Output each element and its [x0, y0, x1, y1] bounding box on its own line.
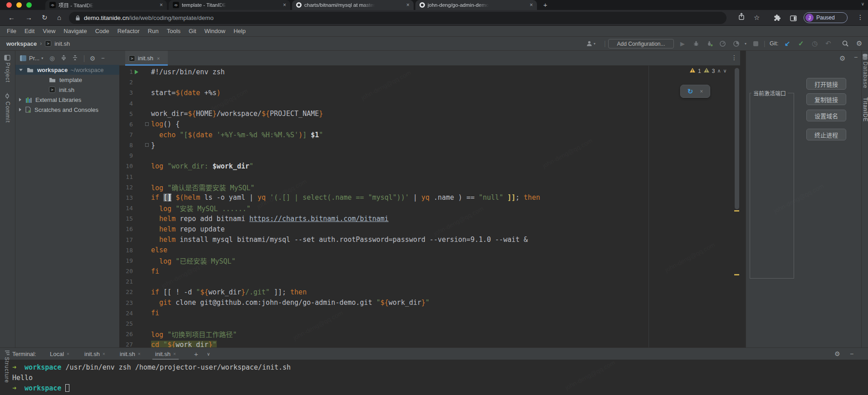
git-update-icon[interactable]: ↙ — [785, 37, 790, 50]
editor-options-icon[interactable]: ⋮ — [731, 54, 737, 61]
tab-overflow-chevron-icon[interactable]: ∨ — [861, 1, 864, 6]
terminal-tab[interactable]: Local× — [50, 348, 69, 360]
stop-button[interactable] — [753, 37, 758, 50]
back-button[interactable]: ← — [8, 13, 15, 22]
editor-line[interactable]: 27cd "${work_dir}" — [119, 339, 740, 347]
structure-icon[interactable] — [5, 349, 10, 357]
inspections-widget[interactable]: 13∧∨ — [689, 67, 727, 74]
share-icon[interactable] — [738, 13, 745, 22]
editor-scrollbar-thumb[interactable] — [735, 68, 739, 209]
editor-line[interactable]: 6log() { — [119, 119, 740, 130]
tab-close-icon[interactable]: × — [173, 352, 176, 356]
breadcrumb-project[interactable]: workspace — [6, 40, 37, 47]
editor-line[interactable]: 14 log "安装 MySQL ......" — [119, 203, 740, 213]
editor-line[interactable]: 26log "切换到项目工作路径" — [119, 329, 740, 339]
browser-tab[interactable]: charts/bitnami/mysql at master× — [292, 0, 414, 10]
editor-line[interactable]: 23 git clone git@github.com:john-deng/go… — [119, 297, 740, 308]
menu-code[interactable]: Code — [91, 28, 113, 34]
terminal-output[interactable]: ➜ workspace /usr/bin/env zsh /home/proje… — [12, 362, 291, 394]
new-tab-button[interactable]: + — [543, 1, 547, 9]
chevron-down-icon[interactable] — [19, 69, 23, 71]
bookmark-star-icon[interactable]: ☆ — [754, 14, 760, 22]
editor-line[interactable]: 20fi — [119, 266, 740, 276]
tab-close-icon[interactable]: × — [102, 352, 105, 356]
profile-button[interactable]: J Paused — [804, 12, 848, 23]
forward-button[interactable]: → — [25, 13, 32, 22]
fold-marker-icon[interactable] — [145, 122, 149, 126]
run-line-icon[interactable] — [135, 70, 138, 74]
menu-help[interactable]: Help — [229, 28, 250, 34]
tab-close-icon[interactable]: × — [138, 352, 141, 356]
editor-line[interactable]: 8} — [119, 140, 740, 150]
profiler-icon[interactable] — [719, 37, 726, 50]
editor-line[interactable]: 21 — [119, 276, 740, 287]
database-icon[interactable] — [862, 53, 868, 62]
panel-settings-gear-icon[interactable]: ⚙ — [90, 55, 96, 62]
tab-close-icon[interactable]: × — [67, 352, 69, 356]
locate-file-icon[interactable]: ◎ — [49, 55, 54, 62]
home-button[interactable]: ⌂ — [57, 13, 61, 22]
hide-panel-icon[interactable]: − — [101, 55, 105, 62]
stripe-project-label[interactable]: Project — [5, 63, 11, 82]
settings-gear-icon[interactable]: ⚙ — [856, 37, 862, 50]
editor-line[interactable]: 15 helm repo add bitnami https://charts.… — [119, 213, 740, 224]
commit-icon[interactable] — [4, 93, 10, 101]
run-profile-user-icon[interactable]: ▾ — [586, 37, 595, 50]
sync-popup[interactable]: ↻ × — [680, 85, 710, 98]
extensions-puzzle-icon[interactable] — [774, 14, 780, 23]
window-zoom-button[interactable] — [26, 2, 32, 8]
hide-panel-icon[interactable]: − — [854, 53, 858, 61]
refresh-sync-icon[interactable]: ↻ — [688, 87, 693, 96]
stripe-database-label[interactable]: Database — [862, 62, 868, 88]
terminal-tab[interactable]: init.sh× — [120, 348, 141, 360]
stripe-titanide-label[interactable]: TitanIDE — [862, 97, 868, 122]
collapse-all-icon[interactable] — [72, 55, 78, 62]
panel-settings-gear-icon[interactable]: ⚙ — [839, 54, 845, 63]
warning-stripe-mark[interactable] — [734, 274, 739, 275]
tree-item-workspace[interactable]: workspace~/workspace — [15, 65, 119, 75]
editor-line[interactable]: 19 log "已经安装 MySQL" — [119, 255, 740, 266]
editor-line[interactable]: 11 — [119, 172, 740, 182]
hide-terminal-icon[interactable]: − — [850, 347, 853, 361]
run-button[interactable]: ▶ — [680, 37, 685, 50]
rollback-undo-icon[interactable]: ↶ — [825, 37, 831, 50]
browser-tab[interactable]: ‹t›项目 - TitanIDE× — [45, 0, 167, 10]
history-clock-icon[interactable]: ◷ — [812, 37, 818, 50]
editor-line[interactable]: 3start=$(date +%s) — [119, 87, 740, 98]
stripe-commit-label[interactable]: Commit — [5, 101, 11, 123]
editor-line[interactable]: 2 — [119, 77, 740, 87]
menu-file[interactable]: File — [3, 28, 20, 34]
warning-stripe-mark[interactable] — [734, 210, 739, 212]
editor-line[interactable]: 17 helm install mysql bitnami/mysql --se… — [119, 235, 740, 245]
stripe-structure-label[interactable]: Structure — [4, 357, 10, 383]
editor-line[interactable]: 13if [[ $(helm ls -o yaml | yq '(.[] | s… — [119, 193, 740, 203]
terminal-settings-gear-icon[interactable]: ⚙ — [834, 347, 840, 361]
menu-git[interactable]: Git — [185, 28, 200, 34]
browser-tab[interactable]: john-deng/go-admin-demo× — [415, 0, 537, 10]
menu-navigate[interactable]: Navigate — [59, 28, 91, 34]
side-panel-icon[interactable] — [790, 15, 797, 23]
fold-marker-icon[interactable] — [145, 143, 149, 147]
breadcrumb-file[interactable]: init.sh — [54, 40, 70, 47]
menu-run[interactable]: Run — [144, 28, 163, 34]
tab-close-icon[interactable]: × — [530, 2, 533, 8]
terminal-tab[interactable]: init.sh× — [155, 348, 176, 360]
editor-line[interactable]: 22if [[ ! -d "${work_dir}/.git" ]]; then — [119, 287, 740, 297]
tab-close-icon[interactable]: × — [160, 2, 163, 8]
tree-item-init-sh[interactable]: >init.sh — [15, 85, 119, 95]
tree-item-scratches-and-consoles[interactable]: Scratches and Consoles — [15, 105, 119, 115]
editor-line[interactable]: 5work_dir=${HOME}/workspace/${PROJECT_NA… — [119, 109, 740, 119]
browser-tab[interactable]: ‹t›template - TitanIDE× — [169, 0, 290, 10]
next-warning-chevron-icon[interactable]: ∨ — [723, 68, 727, 74]
new-terminal-tab-button[interactable]: + — [194, 347, 198, 361]
editor-line[interactable]: 12log "确认是否需要安装 MySQL" — [119, 182, 740, 193]
project-window-icon[interactable] — [4, 54, 10, 63]
prev-warning-chevron-icon[interactable]: ∧ — [717, 68, 721, 74]
editor-line[interactable]: 7 echo "[$(date '+%Y-%m-%d %H:%M.%S')] $… — [119, 130, 740, 140]
editor-line[interactable]: 4 — [119, 98, 740, 108]
menu-window[interactable]: Window — [200, 28, 229, 34]
tab-close-icon[interactable]: × — [283, 2, 286, 8]
editor-line[interactable]: 25 — [119, 318, 740, 329]
port-action-button-3[interactable]: 设置域名 — [806, 110, 846, 121]
menu-edit[interactable]: Edit — [20, 28, 39, 34]
